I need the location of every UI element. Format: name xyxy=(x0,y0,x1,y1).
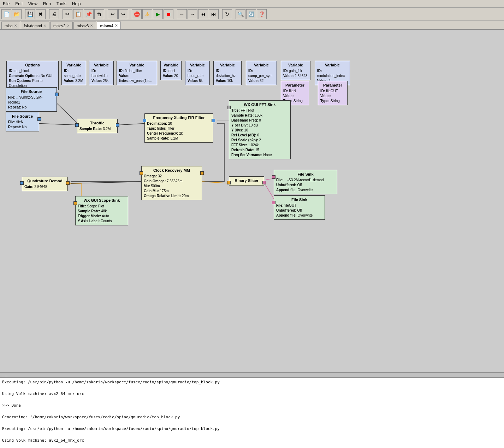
block-binary-slicer[interactable]: Binary Slicer xyxy=(229,176,264,186)
file-sink2-unbuffered: Unbuffered: Off xyxy=(276,208,322,213)
menu-file[interactable]: File xyxy=(0,1,12,7)
block-var-firdes[interactable]: Variable ID: firdes_filter Value: firdes… xyxy=(117,61,157,85)
tab-miscv4[interactable]: miscv4 ✕ xyxy=(97,22,120,29)
canvas-hscroll[interactable]: ........... xyxy=(0,372,504,377)
print-button[interactable]: 🖨 xyxy=(49,9,59,19)
var-deviation-hz-id: ID: deviation_hz xyxy=(216,69,239,78)
zoom-button[interactable]: 🔍 xyxy=(236,9,245,19)
rotate-button[interactable]: ↻ xyxy=(222,9,232,19)
param-fileout-type: Type: String xyxy=(320,99,345,104)
redo-button[interactable]: ↪ xyxy=(118,9,128,19)
console-line-3: >>> Done xyxy=(2,403,502,409)
wx-fft-fft-size: FFT Size: 1.024k xyxy=(231,143,288,148)
var-samp-rate-val: Value: 3.2M xyxy=(64,78,84,83)
file-source1-repeat: Repeat: No xyxy=(8,105,54,110)
tab-misc-label: misc xyxy=(5,24,13,28)
block-var-gain-fsk[interactable]: Variable ID: gain_fsk Value: 2.54648 xyxy=(281,61,310,80)
tab-miscv3-close[interactable]: ✕ xyxy=(90,24,93,28)
tab-fsk-demod-close[interactable]: ✕ xyxy=(43,24,46,28)
wx-scope-sample-rate: Sample Rate: 48k xyxy=(78,209,126,214)
tab-miscv2[interactable]: miscv2 ✕ xyxy=(50,22,73,29)
stop-button[interactable]: ⛔ xyxy=(132,9,142,19)
paste-button[interactable]: 📌 xyxy=(84,9,94,19)
undo-button[interactable]: ↩ xyxy=(108,9,118,19)
console-blank-4 xyxy=(2,420,502,426)
cut-button[interactable]: ✂ xyxy=(63,9,72,19)
block-var-deci[interactable]: Variable ID: deci Value: 20 xyxy=(160,61,182,80)
block-file-source1[interactable]: File Source File: ...96mhz-S3.2M-record1… xyxy=(6,87,57,112)
console-area[interactable]: Executing: /usr/bin/python -u /home/zaka… xyxy=(0,377,504,448)
refresh-button[interactable]: 🔄 xyxy=(246,9,256,19)
tab-miscv3[interactable]: miscv3 ✕ xyxy=(73,22,96,29)
tab-misc-close[interactable]: ✕ xyxy=(14,24,17,28)
block-file-source2[interactable]: File Source File: fileN Repeat: No xyxy=(6,112,39,131)
param-filen-value: Value: xyxy=(283,94,307,99)
block-wx-scope-sink[interactable]: WX GUI Scope Sink Title: Scope Plot Samp… xyxy=(75,196,128,225)
wx-fft-title: WX GUI FFT Sink xyxy=(231,102,288,107)
nav-back-button[interactable]: ← xyxy=(177,9,187,19)
nav-prev-button[interactable]: ⏮ xyxy=(198,9,208,19)
nav-fwd-button[interactable]: → xyxy=(188,9,197,19)
errors-button[interactable]: ⚠ xyxy=(142,9,152,19)
binary-slicer-out-port xyxy=(262,181,266,184)
save-button[interactable]: 💾 xyxy=(25,9,35,19)
svg-line-2 xyxy=(117,123,148,125)
block-var-samp-rate[interactable]: Variable ID: samp_rate Value: 3.2M xyxy=(61,61,86,85)
block-var-baud-rate[interactable]: Variable ID: baud_rate Value: 5k xyxy=(185,61,210,85)
file-source2-out-port xyxy=(37,117,41,121)
new-button[interactable]: 📄 xyxy=(1,9,11,19)
block-file-sink1[interactable]: File Sink File: ...-S3.2M-record1.demod … xyxy=(274,170,337,194)
var-samp-rate-title: Variable xyxy=(64,63,84,68)
file-sink1-unbuffered: Unbuffered: Off xyxy=(276,183,335,188)
console-blank-6 xyxy=(2,444,502,448)
tab-miscv4-close[interactable]: ✕ xyxy=(115,24,118,28)
block-wx-fft-sink[interactable]: WX GUI FFT Sink Title: FFT Plot Sample R… xyxy=(229,100,291,159)
block-var-samp-per-sym[interactable]: Variable ID: samp_per_sym Value: 32 xyxy=(246,61,277,85)
block-quad-demod[interactable]: Quadrature Demod Gain: 2.54648 xyxy=(22,177,68,191)
kill-button[interactable]: ⏹ xyxy=(164,9,173,19)
close-button[interactable]: ✖ xyxy=(36,9,46,19)
clock-recovery-title: Clock Recovery MM xyxy=(144,168,200,173)
tab-miscv2-close[interactable]: ✕ xyxy=(67,24,70,28)
block-clock-recovery[interactable]: Clock Recovery MM Omega: 32 Gain Omega: … xyxy=(141,166,202,200)
file-source1-file: File: ...96mhz-S3.2M-record1 xyxy=(8,95,54,105)
delete-button[interactable]: 🗑 xyxy=(94,9,104,19)
clock-recovery-omega: Omega: 32 xyxy=(144,174,200,179)
menu-run[interactable]: Run xyxy=(40,1,54,7)
var-mod-index-title: Variable xyxy=(317,63,348,68)
freq-xlating-out-port xyxy=(212,119,215,122)
menu-view[interactable]: View xyxy=(25,1,40,7)
wx-fft-y-divs: Y Divs: 10 xyxy=(231,128,288,133)
block-freq-xlating-fir[interactable]: Frequency Xlating FIR Filter Decimation:… xyxy=(144,113,213,143)
var-deci-val: Value: 20 xyxy=(163,73,179,78)
menu-help[interactable]: Help xyxy=(69,1,84,7)
hscroll-indicator: ........... xyxy=(1,373,11,377)
freq-xlating-center-freq: Center Frequency: 2k xyxy=(147,131,211,136)
menu-tools[interactable]: Tools xyxy=(54,1,69,7)
wx-scope-trigger-mode: Trigger Mode: Auto xyxy=(78,214,126,219)
file-source2-file: File: fileN xyxy=(8,120,37,125)
block-throttle[interactable]: Throttle Sample Rate: 3.2M xyxy=(77,119,118,133)
tab-fsk-demod[interactable]: fsk-demod ✕ xyxy=(21,22,49,29)
help2-button[interactable]: ❓ xyxy=(257,9,267,19)
copy-button[interactable]: 📋 xyxy=(73,9,83,19)
block-var-deviation-hz[interactable]: Variable ID: deviation_hz Value: 10k xyxy=(213,61,242,85)
block-options-title: Options xyxy=(9,63,56,68)
menu-edit[interactable]: Edit xyxy=(12,1,25,7)
file-source2-title: File Source xyxy=(8,114,37,119)
open-button[interactable]: 📂 xyxy=(12,9,22,19)
block-options[interactable]: Options ID: top_block Generate Options: … xyxy=(6,61,59,90)
file-source2-repeat: Repeat: No xyxy=(8,125,37,130)
var-gain-fsk-val: Value: 2.54648 xyxy=(283,73,308,78)
wx-scope-plot-title: Title: Scope Plot xyxy=(78,204,126,209)
wx-scope-y-axis-label: Y Axis Label: Counts xyxy=(78,219,126,224)
tab-misc[interactable]: misc ✕ xyxy=(1,22,20,29)
block-file-sink2[interactable]: File Sink File: fileOUT Unbuffered: Off … xyxy=(274,195,325,220)
run-button[interactable]: ▶ xyxy=(153,9,163,19)
file-sink1-title: File Sink xyxy=(276,172,335,177)
wx-fft-ref-level: Ref Level (dB): 0 xyxy=(231,133,288,138)
canvas-area[interactable]: Options ID: top_block Generate Options: … xyxy=(0,30,504,377)
nav-next-button[interactable]: ⏭ xyxy=(209,9,219,19)
block-param-fileout[interactable]: Parameter ID: fileOUT Value: Type: Strin… xyxy=(318,81,348,105)
block-var-bandwidth[interactable]: Variable ID: bandwidth Value: 25k xyxy=(89,61,114,85)
